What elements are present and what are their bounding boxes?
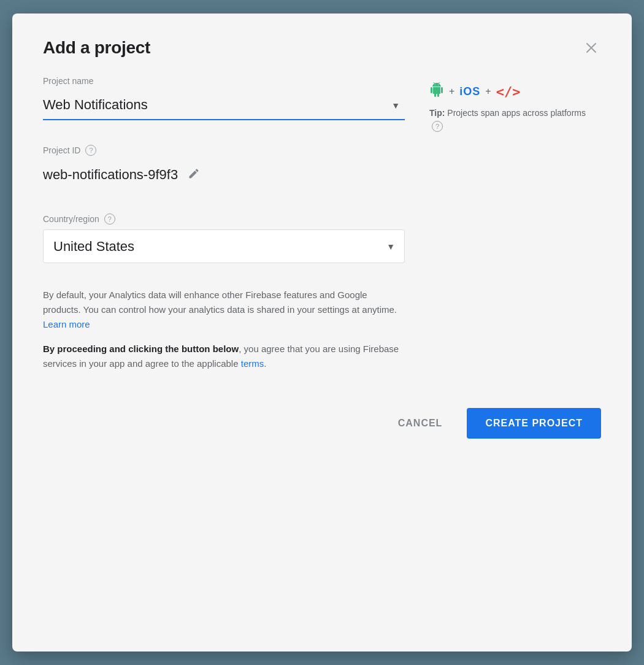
cancel-button[interactable]: CANCEL [383, 409, 458, 437]
plus-sign-2: + [485, 86, 491, 97]
project-id-help-icon[interactable]: ? [85, 145, 96, 156]
project-id-edit-icon[interactable] [188, 167, 200, 183]
learn-more-link[interactable]: Learn more [43, 319, 90, 329]
country-select[interactable]: United States United Kingdom Canada Aust… [43, 229, 405, 263]
android-icon [429, 82, 444, 101]
project-name-section: Project name ▼ [43, 76, 405, 120]
form-right: + iOS + </> Tip: Projects span apps acro… [429, 76, 601, 133]
country-help-icon[interactable]: ? [104, 213, 115, 225]
plus-sign-1: + [449, 86, 454, 97]
web-icon: </> [496, 84, 521, 99]
tip-text: Tip: Projects span apps across platforms… [429, 107, 601, 133]
create-project-button[interactable]: CREATE PROJECT [467, 408, 601, 439]
country-label: Country/region ? [43, 213, 405, 225]
dialog-title: Add a project [43, 38, 150, 58]
dialog-header: Add a project [43, 38, 601, 58]
terms-notice: By proceeding and clicking the button be… [43, 342, 405, 371]
ios-label: iOS [459, 85, 480, 98]
add-project-dialog: Add a project Project name ▼ [12, 13, 632, 652]
dialog-actions: CANCEL CREATE PROJECT [43, 396, 601, 439]
form-left: Project name ▼ Project ID ? web-notifica… [43, 76, 405, 396]
dialog-overlay: Add a project Project name ▼ [0, 0, 644, 665]
tip-icons: + iOS + </> [429, 82, 601, 101]
tip-help-icon[interactable]: ? [432, 121, 443, 132]
section-divider-1 [43, 120, 405, 145]
country-section: Country/region ? United States United Ki… [43, 213, 405, 263]
country-select-wrapper: United States United Kingdom Canada Aust… [43, 229, 405, 263]
project-id-section: Project ID ? web-notifications-9f9f3 [43, 145, 405, 189]
project-id-label: Project ID ? [43, 145, 405, 156]
project-name-input-wrapper: ▼ [43, 91, 405, 120]
form-layout: Project name ▼ Project ID ? web-notifica… [43, 76, 601, 396]
project-name-input[interactable] [43, 91, 405, 120]
project-id-value: web-notifications-9f9f3 [43, 161, 405, 189]
close-button[interactable] [581, 38, 601, 58]
terms-link[interactable]: terms [241, 358, 264, 369]
project-name-label: Project name [43, 76, 405, 86]
analytics-notice: By default, your Analytics data will enh… [43, 288, 405, 332]
